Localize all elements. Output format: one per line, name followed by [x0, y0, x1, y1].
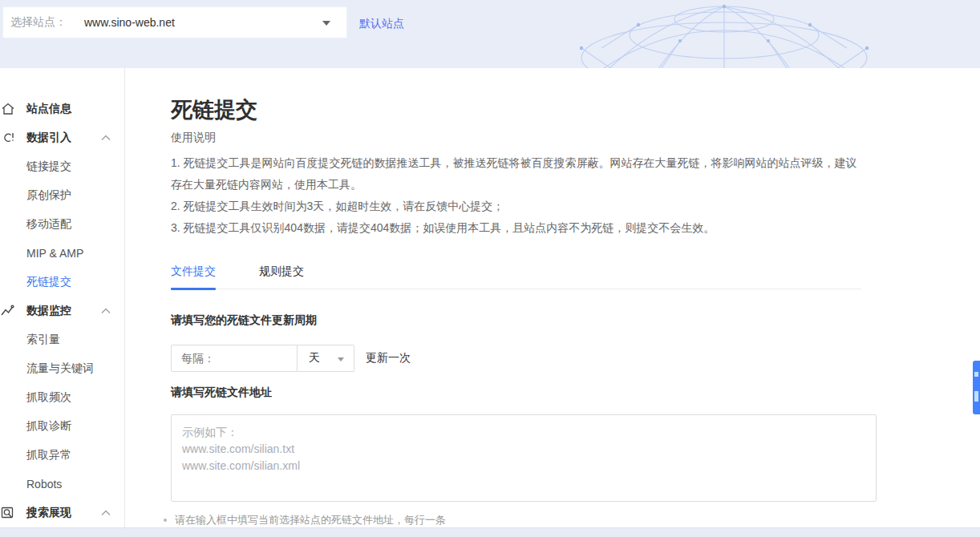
- dead-link-submit-page: 选择站点： www.sino-web.net 默认站点 站点信息 数据引入: [0, 0, 980, 537]
- cycle-unit-select[interactable]: 天: [298, 345, 354, 372]
- sidebar-item-label: 链接提交: [26, 159, 71, 174]
- usage-instructions: 1. 死链提交工具是网站向百度提交死链的数据推送工具，被推送死链将被百度搜索屏蔽…: [171, 152, 864, 239]
- sidebar-item-label: 流量与关键词: [26, 361, 94, 376]
- sidebar-item-site-info[interactable]: 站点信息: [0, 95, 124, 123]
- cycle-section-label: 请填写您的死链文件更新周期: [171, 313, 317, 328]
- file-note-text: 请在输入框中填写当前选择站点的死链文件地址，每行一条: [175, 513, 446, 527]
- sidebar-item-label: 搜索展现: [26, 506, 71, 520]
- sidebar-item-data-import[interactable]: 数据引入: [0, 123, 124, 152]
- chevron-down-icon: [322, 21, 330, 26]
- wireframe-globe-graphic: [517, 0, 980, 68]
- sidebar-item-original-protect[interactable]: 原创保护: [0, 181, 124, 210]
- cycle-interval-input[interactable]: [171, 345, 298, 372]
- feedback-tab-mark: [974, 372, 978, 377]
- file-note: 请在输入框中填写当前选择站点的死链文件地址，每行一条: [164, 513, 446, 527]
- data-import-icon: [1, 131, 15, 145]
- site-selector-value: www.sino-web.net: [84, 16, 175, 29]
- cycle-suffix-text: 更新一次: [366, 351, 411, 365]
- sidebar-item-crawl-frequency[interactable]: 抓取频次: [0, 383, 124, 412]
- usage-point-2: 2. 死链提交工具生效时间为3天，如超时生效，请在反馈中心提交；: [171, 196, 864, 217]
- sidebar-item-mobile-adapt[interactable]: 移动适配: [0, 210, 124, 239]
- sidebar-item-data-monitor[interactable]: 数据监控: [0, 297, 124, 325]
- top-banner: 选择站点： www.sino-web.net 默认站点: [0, 0, 980, 68]
- site-selector[interactable]: 选择站点： www.sino-web.net: [2, 6, 347, 38]
- sidebar-item-label: 抓取诊断: [26, 419, 71, 434]
- tab-label: 文件提交: [171, 264, 216, 279]
- dead-link-file-textarea[interactable]: [171, 414, 877, 502]
- sidebar: 站点信息 数据引入 链接提交 原创保护 移动适配 MIP & AMP: [0, 68, 125, 527]
- tab-label: 规则提交: [259, 264, 304, 279]
- feedback-tab[interactable]: [973, 361, 980, 414]
- sidebar-item-label: 数据监控: [26, 304, 71, 318]
- file-section-label: 请填写死链文件地址: [171, 386, 272, 400]
- sidebar-item-label: 移动适配: [26, 217, 71, 232]
- sidebar-item-link-submit[interactable]: 链接提交: [0, 152, 124, 181]
- usage-title: 使用说明: [171, 131, 216, 145]
- sidebar-item-label: Robots: [26, 478, 62, 491]
- sidebar-item-search-display[interactable]: 搜索展现: [0, 499, 124, 527]
- sidebar-item-label: 站点信息: [26, 102, 71, 116]
- bottom-band: [0, 527, 980, 537]
- tab-file-submit[interactable]: 文件提交: [171, 264, 216, 289]
- sidebar-item-traffic-keywords[interactable]: 流量与关键词: [0, 354, 124, 383]
- feedback-tab-mark: [974, 391, 978, 402]
- sidebar-item-mip-amp[interactable]: MIP & AMP: [0, 239, 124, 268]
- usage-point-3: 3. 死链提交工具仅识别404数据，请提交404数据；如误使用本工具，且站点内容…: [171, 217, 864, 239]
- data-monitor-icon: [1, 304, 15, 318]
- sidebar-item-label: 死链提交: [26, 275, 71, 289]
- chevron-up-icon: [101, 308, 111, 314]
- submit-tabs: 文件提交 规则提交: [171, 264, 861, 289]
- sidebar-item-label: 抓取频次: [26, 390, 71, 405]
- search-display-icon: [1, 506, 15, 520]
- sidebar-item-label: 抓取异常: [26, 448, 71, 462]
- sidebar-item-label: 数据引入: [26, 131, 71, 145]
- home-icon: [1, 102, 15, 116]
- cycle-unit-value: 天: [309, 351, 320, 365]
- default-site-link[interactable]: 默认站点: [359, 17, 404, 31]
- tab-rule-submit[interactable]: 规则提交: [259, 264, 304, 289]
- sidebar-item-label: 原创保护: [26, 188, 71, 203]
- chevron-up-icon: [101, 135, 111, 141]
- chevron-up-icon: [101, 510, 111, 516]
- sidebar-item-label: 索引量: [26, 333, 60, 347]
- sidebar-item-crawl-error[interactable]: 抓取异常: [0, 441, 124, 470]
- page-title: 死链提交: [171, 95, 257, 124]
- sidebar-item-robots[interactable]: Robots: [0, 470, 124, 499]
- sidebar-item-label: MIP & AMP: [26, 247, 83, 260]
- usage-point-1: 1. 死链提交工具是网站向百度提交死链的数据推送工具，被推送死链将被百度搜索屏蔽…: [171, 152, 864, 196]
- bullet-dot: [164, 519, 167, 522]
- sidebar-item-dead-link[interactable]: 死链提交: [0, 268, 124, 297]
- sidebar-item-crawl-diagnosis[interactable]: 抓取诊断: [0, 412, 124, 441]
- chevron-down-icon: [338, 357, 344, 361]
- cycle-row: 天 更新一次: [171, 345, 411, 372]
- sidebar-item-index-volume[interactable]: 索引量: [0, 325, 124, 354]
- site-selector-label: 选择站点：: [10, 15, 67, 30]
